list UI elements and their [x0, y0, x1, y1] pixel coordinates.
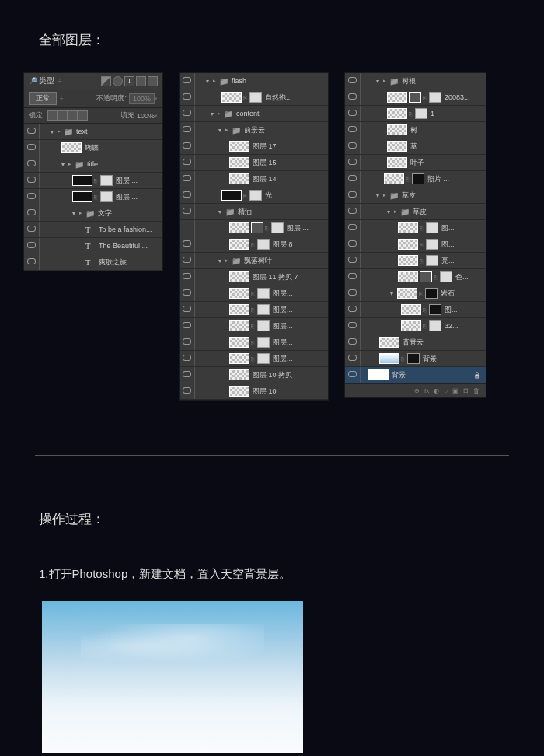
visibility-toggle[interactable] — [24, 124, 40, 139]
layer-row[interactable]: 草 — [345, 138, 486, 155]
layer-name[interactable]: 飘落树叶 — [244, 256, 328, 266]
layer-mask-thumbnail[interactable] — [407, 353, 420, 364]
layer-row[interactable]: ⎘亮... — [345, 253, 486, 269]
layer-row[interactable]: ▾▸📁文字 — [24, 205, 162, 222]
visibility-toggle[interactable] — [345, 187, 361, 203]
layer-mask-thumbnail[interactable] — [100, 191, 113, 202]
layer-name[interactable]: 图层 10 拷贝 — [253, 370, 328, 380]
folder-twirl[interactable]: ▸ — [394, 208, 400, 215]
link-icon[interactable]: ⎘ — [249, 307, 256, 313]
disclosure-triangle[interactable]: ▾ — [51, 128, 58, 135]
layer-row[interactable]: 图层 10 拷贝 — [180, 367, 328, 383]
disclosure-triangle[interactable]: ▾ — [72, 210, 79, 217]
visibility-toggle[interactable] — [345, 155, 361, 170]
layer-thumbnail[interactable] — [379, 353, 399, 364]
dropdown-icon[interactable]: ▾ — [155, 96, 158, 102]
layer-name[interactable]: 图层... — [273, 338, 328, 348]
layer-row[interactable]: 图层 14 — [180, 171, 328, 187]
folder-twirl[interactable]: ▸ — [225, 127, 232, 133]
layer-name[interactable]: 20083... — [445, 93, 486, 101]
layer-row[interactable]: ▾▸📁飘落树叶 — [180, 253, 328, 269]
panel-footer-button[interactable]: ○ — [444, 387, 448, 394]
layer-thumbnail[interactable] — [387, 124, 407, 135]
layer-name[interactable]: 照片 ... — [427, 174, 486, 184]
layer-row[interactable]: ▾▸📁树根 — [345, 73, 486, 89]
layer-mask-thumbnail[interactable] — [429, 320, 441, 331]
disclosure-triangle[interactable]: ▾ — [211, 110, 218, 117]
layer-thumbnail[interactable] — [221, 92, 242, 103]
link-icon[interactable]: ⎘ — [418, 226, 424, 231]
layer-row[interactable]: ⎘图... — [345, 302, 486, 318]
layer-row[interactable]: ⎘图层 ... — [24, 173, 162, 189]
layer-thumbnail[interactable] — [61, 142, 82, 153]
layer-name[interactable]: 背景 — [392, 370, 473, 380]
folder-twirl[interactable]: ▸ — [225, 257, 232, 264]
layer-thumbnail[interactable] — [229, 320, 249, 331]
layer-row[interactable]: ⎘32... — [345, 318, 486, 334]
layer-mask-thumbnail[interactable] — [257, 288, 270, 299]
layer-row[interactable]: ▾⎘岩石 — [345, 285, 486, 302]
visibility-toggle[interactable] — [180, 171, 195, 187]
lock-pos-icon[interactable] — [68, 110, 78, 121]
visibility-toggle[interactable] — [180, 351, 195, 366]
disclosure-triangle[interactable]: ▾ — [218, 127, 225, 134]
visibility-toggle[interactable] — [24, 238, 40, 254]
visibility-toggle[interactable] — [180, 236, 195, 252]
layer-mask-thumbnail[interactable] — [257, 353, 270, 364]
layer-name[interactable]: 图层 14 — [253, 174, 328, 184]
dropdown-icon[interactable]: ÷ — [58, 78, 61, 85]
panel-footer-button[interactable]: ⊡ — [463, 387, 469, 394]
visibility-toggle[interactable] — [180, 367, 195, 383]
layer-name[interactable]: 图层... — [273, 321, 328, 331]
layer-row[interactable]: TThe Beautiful ... — [24, 238, 162, 254]
layer-row[interactable]: 背景云 — [345, 334, 486, 351]
layer-thumbnail[interactable] — [368, 369, 389, 380]
layer-row[interactable]: ▾▸📁草皮 — [345, 204, 486, 220]
visibility-toggle[interactable] — [180, 302, 195, 317]
filter-adjust-icon[interactable] — [113, 76, 123, 86]
fill-value[interactable]: 100% — [137, 112, 155, 120]
link-icon[interactable]: ⎘ — [92, 178, 99, 184]
layer-row[interactable]: ⎘图层 ... — [24, 189, 162, 205]
visibility-toggle[interactable] — [180, 155, 195, 170]
layer-row[interactable]: ⎘背景 — [345, 351, 486, 367]
layer-thumbnail[interactable] — [229, 369, 249, 380]
layer-row[interactable]: 叶子 — [345, 155, 486, 171]
disclosure-triangle[interactable]: ▾ — [387, 208, 394, 215]
visibility-toggle[interactable] — [180, 106, 195, 121]
layer-thumbnail[interactable] — [229, 288, 249, 299]
link-icon[interactable]: ⎘ — [249, 356, 256, 362]
kind-filter[interactable]: 类型 — [39, 75, 54, 86]
visibility-toggle[interactable] — [345, 318, 361, 334]
visibility-toggle[interactable] — [24, 156, 40, 172]
layer-row[interactable]: ⎘20083... — [345, 89, 486, 106]
layer-name[interactable]: 前景云 — [244, 125, 328, 135]
panel-footer-button[interactable]: ◐ — [434, 387, 439, 394]
visibility-toggle[interactable] — [180, 220, 195, 236]
visibility-toggle[interactable] — [180, 269, 195, 285]
disclosure-triangle[interactable]: ▾ — [376, 192, 383, 199]
folder-twirl[interactable]: ▸ — [218, 110, 224, 117]
layer-thumbnail[interactable] — [229, 386, 249, 397]
layer-row[interactable]: ⎘自然抱... — [180, 89, 328, 106]
link-icon[interactable]: ⎘ — [421, 95, 427, 100]
panel-footer-button[interactable]: fx — [424, 387, 429, 394]
layer-name[interactable]: 色... — [455, 272, 486, 282]
layer-name[interactable]: 背景 — [423, 354, 486, 364]
blend-mode[interactable]: 正常 — [29, 92, 57, 105]
visibility-toggle[interactable] — [24, 205, 40, 221]
link-icon[interactable]: ⎘ — [242, 95, 248, 100]
link-icon[interactable]: ⎘ — [418, 258, 424, 264]
dropdown-icon[interactable]: ÷ — [60, 95, 63, 102]
layer-thumbnail[interactable] — [401, 304, 421, 315]
layer-thumbnail[interactable] — [229, 271, 249, 282]
layer-row[interactable]: ⎘1 — [345, 106, 486, 122]
layer-name[interactable]: 蝴蝶 — [85, 143, 162, 153]
visibility-toggle[interactable] — [180, 138, 195, 154]
layer-mask-thumbnail[interactable] — [429, 92, 441, 103]
visibility-toggle[interactable] — [345, 367, 361, 383]
folder-twirl[interactable]: ▸ — [68, 161, 75, 167]
folder-twirl[interactable]: ▸ — [383, 78, 389, 84]
layer-row[interactable]: 图层 11 拷贝 7 — [180, 269, 328, 285]
layer-row[interactable]: 蝴蝶 — [24, 140, 162, 156]
